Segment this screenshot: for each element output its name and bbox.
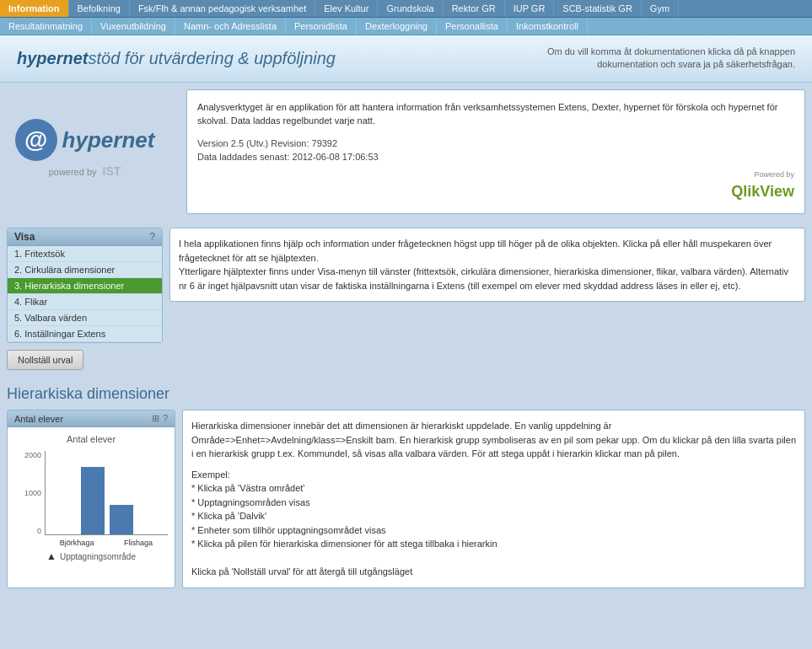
- desc-examples-title: Exempel:: [191, 468, 796, 482]
- main-content: @ hypernet powered by IST Analysverktyge…: [0, 83, 812, 595]
- version-info: Version 2.5 (Utv.) Revision: 79392 Data …: [197, 137, 794, 164]
- chart-subtitle: Antal elever: [14, 434, 168, 444]
- y-label-1000: 1000: [16, 489, 41, 497]
- logo-area: @ hypernet powered by IST: [7, 89, 163, 208]
- tab-resultatinmatning[interactable]: Resultatinmatning: [0, 18, 92, 35]
- chart-panel: Antal elever ⊞ ? Antal elever 2000 1000 …: [7, 410, 175, 588]
- desc-example2: * Upptagningsområden visas: [191, 496, 796, 510]
- top-navigation: Information Befolkning Fsk/Flh & annan p…: [0, 0, 812, 18]
- qlik-brand-text: QlikView: [731, 183, 794, 200]
- visa-items-list: 1. Fritextsök 2. Cirkulära dimensioner 3…: [8, 246, 162, 342]
- chart-help-icon[interactable]: ?: [163, 413, 168, 424]
- help-text: I hela applikationen finns hjälp och inf…: [179, 237, 796, 292]
- bar-label-flishaga: Flishaga: [124, 539, 153, 547]
- version-line1: Version 2.5 (Utv.) Revision: 79392: [197, 137, 794, 151]
- tab-iup-gr[interactable]: IUP GR: [505, 0, 555, 17]
- visa-help-icon[interactable]: ?: [149, 231, 155, 243]
- app-title: hypernetstöd för utvärdering & uppföljni…: [17, 49, 336, 68]
- header-description: Om du vill komma åt dokumentationen klic…: [508, 46, 795, 72]
- right-help-content: I hela applikationen finns hjälp och inf…: [169, 228, 805, 377]
- tab-grundskola[interactable]: Grundskola: [378, 0, 443, 17]
- logo-row: @ hypernet: [15, 119, 155, 161]
- description-box: Hierarkiska dimensioner innebär det att …: [182, 410, 805, 588]
- y-label-2000: 2000: [16, 451, 41, 459]
- visa-item-flikar[interactable]: 4. Flikar: [8, 294, 162, 310]
- at-icon: @: [24, 128, 47, 152]
- visa-item-cirkulara[interactable]: 2. Cirkulära dimensioner: [8, 262, 162, 278]
- logo-name: hypernet: [62, 127, 155, 153]
- info-box: Analysverktyget är en applikation för at…: [186, 89, 805, 215]
- app-subtitle: stöd för utvärdering & uppföljning: [88, 49, 336, 67]
- tab-personallista[interactable]: Personallista: [437, 18, 508, 35]
- chart-title: Antal elever: [14, 414, 63, 424]
- bottom-content-columns: Antal elever ⊞ ? Antal elever 2000 1000 …: [7, 410, 805, 588]
- visa-panel: Visa ? 1. Fritextsök 2. Cirkulära dimens…: [7, 228, 163, 343]
- chart-footer-label: Upptagningsområde: [60, 552, 136, 561]
- tab-fsk-flh[interactable]: Fsk/Flh & annan pedagogisk verksamhet: [130, 0, 315, 17]
- chart-body: Antal elever 2000 1000 0: [8, 427, 175, 572]
- tab-dexterloggning[interactable]: Dexterloggning: [357, 18, 437, 35]
- tab-befolkning[interactable]: Befolkning: [69, 0, 130, 17]
- visa-item-hierarkiska[interactable]: 3. Hierarkiska dimensioner: [8, 278, 162, 294]
- tab-gym[interactable]: Gym: [642, 0, 679, 17]
- visa-item-valbara[interactable]: 5. Valbara värden: [8, 310, 162, 326]
- y-axis: 2000 1000 0: [16, 451, 41, 535]
- bar-group: [54, 467, 159, 534]
- help-text-box: I hela applikationen finns hjälp och inf…: [169, 228, 805, 302]
- up-arrow-icon: ▲: [46, 550, 56, 562]
- left-sidebar: Visa ? 1. Fritextsök 2. Cirkulära dimens…: [7, 228, 163, 377]
- desc-example5: * Klicka på pilen för hierarkiska dimens…: [191, 537, 796, 551]
- visa-header: Visa ?: [8, 228, 162, 246]
- header: hypernetstöd för utvärdering & uppföljni…: [0, 35, 812, 83]
- tab-vuxenutbildning[interactable]: Vuxenutbildning: [92, 18, 175, 35]
- tab-scb-statistik-gr[interactable]: SCB-statistik GR: [554, 0, 642, 17]
- qlik-logo: Powered by QlikView: [197, 169, 794, 204]
- tab-elev-kultur[interactable]: Elev Kultur: [315, 0, 378, 17]
- tab-namn-adresslista[interactable]: Namn- och Adresslista: [175, 18, 286, 35]
- second-navigation: Resultatinmatning Vuxenutbildning Namn- …: [0, 18, 812, 35]
- logo-circle: @: [15, 119, 57, 161]
- bar-bjorkhaga[interactable]: [81, 467, 105, 534]
- version-line2: Data laddades senast: 2012-06-08 17:06:5…: [197, 150, 794, 164]
- bar-chart: [45, 451, 168, 535]
- powered-by-text: powered by: [49, 167, 97, 177]
- desc-example1: * Klicka på 'Västra området': [191, 481, 796, 496]
- brand-name: hypernet: [17, 49, 88, 67]
- visa-item-installningar[interactable]: 6. Inställningar Extens: [8, 326, 162, 342]
- chart-footer[interactable]: ▲ Upptagningsområde: [14, 547, 168, 566]
- desc-intro: Hierarkiska dimensioner innebär det att …: [191, 419, 796, 461]
- tab-rektor-gr[interactable]: Rektor GR: [444, 0, 505, 17]
- chart-table-icon[interactable]: ⊞: [152, 413, 159, 424]
- section-title: Hierarkiska dimensioner: [7, 385, 805, 403]
- nollstall-button[interactable]: Nollställ urval: [7, 350, 83, 370]
- bar-flishaga[interactable]: [110, 505, 133, 534]
- ist-logo: IST: [103, 164, 121, 178]
- chart-icons: ⊞ ?: [152, 413, 168, 424]
- y-label-0: 0: [16, 527, 41, 535]
- tab-personidlista[interactable]: Personidlista: [286, 18, 357, 35]
- info-text: Analysverktyget är en applikation för at…: [197, 100, 794, 128]
- visa-title: Visa: [14, 231, 35, 243]
- desc-example3: * Klicka på 'Dalvik': [191, 509, 796, 523]
- desc-click-info: Klicka på 'Nollställ urval' för att åter…: [191, 565, 796, 579]
- chart-header: Antal elever ⊞ ?: [8, 410, 175, 427]
- content-columns: Visa ? 1. Fritextsök 2. Cirkulära dimens…: [7, 228, 805, 377]
- visa-item-fritextsk[interactable]: 1. Fritextsök: [8, 246, 162, 262]
- qlik-powered-text: Powered by: [197, 169, 794, 181]
- powered-by-row: powered by IST: [49, 164, 121, 178]
- tab-information[interactable]: Information: [0, 0, 69, 17]
- tab-inkomstkontroll[interactable]: Inkomstkontroll: [508, 18, 588, 35]
- bar-label-bjorkhaga: Björkhaga: [60, 539, 94, 547]
- bar-labels: Björkhaga Flishaga: [45, 539, 168, 547]
- desc-example4: * Enheter som tillhör upptagningsområdet…: [191, 523, 796, 538]
